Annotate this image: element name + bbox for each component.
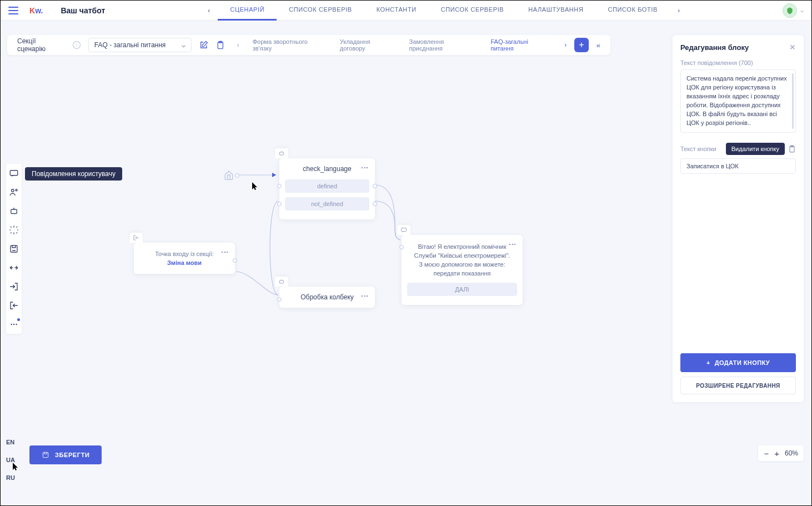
breadcrumbs: ‹ Форма зворотнього зв'язку Укладання до… — [237, 38, 567, 52]
canvas[interactable]: ⋮ Точка входу із секції: Зміна мови ⋮ ch… — [1, 56, 617, 505]
edit-icon[interactable] — [199, 41, 208, 49]
tab-settings[interactable]: НАЛАШТУВАННЯ — [516, 1, 595, 21]
tabs-right-arrow[interactable]: › — [670, 6, 688, 14]
message-textarea[interactable]: Система надала перелік доступних ЦОК для… — [680, 69, 796, 133]
edit-block-panel: Редагування блоку ✕ Текст повідомлення (… — [673, 35, 804, 402]
tab-servers-1[interactable]: СПИСОК СЕРВЕРІВ — [277, 1, 364, 21]
lang-ua[interactable]: UA — [6, 457, 15, 463]
crumb-faq[interactable]: FAQ-загальні питання — [491, 38, 552, 52]
tabs-left-arrow[interactable]: ‹ — [200, 6, 218, 14]
tab-constants[interactable]: КОНСТАНТИ — [364, 1, 429, 21]
bot-name: Ваш чатбот — [61, 6, 105, 15]
slot-defined[interactable]: defined — [285, 179, 369, 193]
tab-scenario[interactable]: СЦЕНАРІЙ — [218, 1, 277, 21]
slot-not-defined[interactable]: not_defined — [285, 197, 369, 211]
menu-icon[interactable] — [8, 7, 18, 14]
entry-node-label: Точка входу із секції: — [134, 243, 235, 259]
chevron-down-icon: ⌵ — [182, 41, 186, 49]
dropdown-value: FAQ - загальні питання — [94, 41, 166, 49]
lang-ru[interactable]: RU — [6, 474, 15, 481]
callback-tab-icon — [275, 277, 288, 287]
info-icon[interactable]: i — [73, 41, 81, 49]
tab-servers-2[interactable]: СПИСОК СЕРВЕРІВ — [429, 1, 517, 21]
greeting-tab-icon — [397, 225, 410, 235]
add-section-button[interactable]: + — [574, 38, 588, 52]
avatar[interactable] — [783, 3, 797, 18]
check-language-node[interactable]: ⋮ check_language defined not_defined — [279, 158, 375, 219]
avatar-chevron-icon[interactable]: ⌵ — [800, 7, 804, 13]
callback-node[interactable]: ⋮ Обробка колбеку — [279, 287, 375, 308]
greeting-more-icon[interactable]: ⋮ — [508, 241, 517, 248]
entry-node-tab-icon — [129, 233, 143, 243]
crumb-order[interactable]: Замовлення приєднання — [409, 38, 477, 52]
svg-rect-13 — [402, 228, 407, 232]
message-label: Текст повідомлення (700) — [680, 59, 796, 66]
crumb-contract[interactable]: Укладання договору — [340, 38, 396, 52]
connectors — [1, 56, 617, 505]
svg-rect-14 — [43, 452, 48, 457]
advanced-edit-button[interactable]: РОЗШИРЕНЕ РЕДАГУВАННЯ — [680, 377, 796, 394]
cursor-icon — [252, 182, 259, 190]
panel-title: Редагування блоку — [680, 43, 749, 52]
zoom-controls: − + 60% — [758, 445, 804, 461]
top-bar: Kw. Ваш чатбот ‹ СЦЕНАРІЙ СПИСОК СЕРВЕРІ… — [1, 1, 811, 21]
crumb-feedback[interactable]: Форма зворотнього зв'язку — [253, 38, 327, 52]
check-language-title: check_language — [279, 158, 375, 179]
zoom-level: 60% — [785, 449, 798, 457]
greeting-text: Вітаю! Я електронний помічник Служби "Ки… — [402, 235, 523, 283]
save-icon — [42, 451, 49, 459]
add-button[interactable]: + ДОДАТИ КНОПКУ — [680, 353, 796, 372]
zoom-in-button[interactable]: + — [774, 449, 779, 458]
save-button-label: ЗБЕРЕГТИ — [55, 452, 89, 458]
scrollbar[interactable] — [792, 73, 794, 129]
button-text-input[interactable]: Записатися в ЦОК — [680, 158, 796, 174]
delete-button[interactable]: Видалити кнопку — [726, 143, 785, 155]
save-button[interactable]: ЗБЕРЕГТИ — [29, 445, 102, 464]
clipboard-icon[interactable] — [216, 41, 225, 49]
copy-icon[interactable] — [788, 145, 796, 153]
zoom-out-button[interactable]: − — [764, 449, 769, 458]
top-tabs: ‹ СЦЕНАРІЙ СПИСОК СЕРВЕРІВ КОНСТАНТИ СПИ… — [200, 1, 688, 21]
greeting-node[interactable]: ⋮ Вітаю! Я електронний помічник Служби "… — [402, 235, 523, 305]
plus-icon: + — [706, 359, 710, 366]
svg-rect-11 — [280, 152, 284, 155]
collapse-icon[interactable]: « — [597, 41, 600, 49]
language-switcher: EN UA RU — [6, 439, 15, 481]
entry-node[interactable]: ⋮ Точка входу із секції: Зміна мови — [134, 243, 235, 274]
entry-node-link[interactable]: Зміна мови — [134, 259, 235, 274]
tab-bots[interactable]: СПИСОК БОТІВ — [595, 1, 669, 21]
svg-rect-12 — [280, 280, 284, 283]
crumb-left-arrow[interactable]: ‹ — [237, 41, 239, 49]
crumb-right-arrow[interactable]: › — [564, 41, 567, 49]
logo: Kw. — [29, 6, 43, 15]
entry-node-more-icon[interactable]: ⋮ — [220, 248, 229, 255]
check-language-tab-icon — [275, 148, 288, 158]
home-icon — [224, 170, 234, 182]
callback-title: Обробка колбеку — [279, 287, 375, 308]
button-text-label: Текст кнопки — [680, 146, 716, 152]
lang-en[interactable]: EN — [6, 439, 15, 445]
greeting-slot-next[interactable]: ДАЛІ — [407, 283, 517, 296]
section-dropdown[interactable]: FAQ - загальні питання ⌵ — [88, 38, 192, 52]
svg-marker-10 — [272, 173, 276, 177]
sections-label: Секції сценарію — [17, 37, 65, 53]
sub-bar: Секції сценарію i FAQ - загальні питання… — [7, 35, 610, 55]
close-icon[interactable]: ✕ — [789, 43, 796, 52]
